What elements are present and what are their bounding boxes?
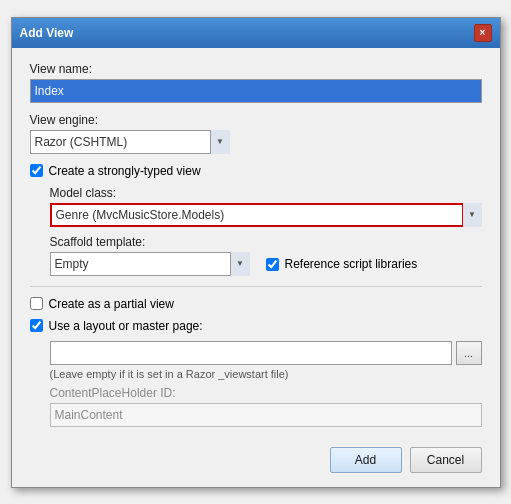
reference-scripts-label[interactable]: Reference script libraries: [285, 257, 418, 271]
view-engine-select[interactable]: Razor (CSHTML) ASPX Other: [30, 130, 230, 154]
content-placeholder-group: ContentPlaceHolder ID:: [50, 386, 482, 427]
close-button[interactable]: ×: [474, 24, 492, 42]
dialog-title: Add View: [20, 26, 74, 40]
model-class-select-wrapper: Genre (MvcMusicStore.Models): [50, 203, 482, 227]
view-engine-select-wrapper: Razor (CSHTML) ASPX Other: [30, 130, 230, 154]
model-class-select[interactable]: Genre (MvcMusicStore.Models): [50, 203, 482, 227]
scaffold-template-select[interactable]: Empty Create Edit Delete Details List: [50, 252, 250, 276]
browse-button[interactable]: ...: [456, 341, 482, 365]
view-engine-group: View engine: Razor (CSHTML) ASPX Other: [30, 113, 482, 154]
divider: [30, 286, 482, 287]
reference-scripts-row: Reference script libraries: [266, 257, 418, 271]
content-placeholder-input[interactable]: [50, 403, 482, 427]
title-bar: Add View ×: [12, 18, 500, 48]
use-layout-checkbox[interactable]: [30, 319, 43, 332]
layout-section: ... (Leave empty if it is set in a Razor…: [50, 341, 482, 427]
layout-input[interactable]: [50, 341, 452, 365]
scaffold-row: Scaffold template: Empty Create Edit Del…: [50, 235, 482, 276]
add-button[interactable]: Add: [330, 447, 402, 473]
strongly-typed-row: Create a strongly-typed view: [30, 164, 482, 178]
model-class-group: Model class: Genre (MvcMusicStore.Models…: [50, 186, 482, 227]
scaffold-left: Scaffold template: Empty Create Edit Del…: [50, 235, 250, 276]
use-layout-label[interactable]: Use a layout or master page:: [49, 319, 203, 333]
layout-hint: (Leave empty if it is set in a Razor _vi…: [50, 368, 482, 380]
view-name-group: View name:: [30, 62, 482, 103]
content-placeholder-label: ContentPlaceHolder ID:: [50, 386, 482, 400]
partial-view-label[interactable]: Create as a partial view: [49, 297, 174, 311]
scaffold-template-label: Scaffold template:: [50, 235, 250, 249]
strongly-typed-checkbox[interactable]: [30, 164, 43, 177]
cancel-button[interactable]: Cancel: [410, 447, 482, 473]
strongly-typed-label[interactable]: Create a strongly-typed view: [49, 164, 201, 178]
scaffold-select-wrapper: Empty Create Edit Delete Details List: [50, 252, 250, 276]
partial-view-checkbox[interactable]: [30, 297, 43, 310]
view-name-label: View name:: [30, 62, 482, 76]
layout-row: ...: [50, 341, 482, 365]
add-view-dialog: Add View × View name: View engine: Razor…: [11, 17, 501, 488]
use-layout-row: Use a layout or master page:: [30, 319, 482, 333]
model-class-label: Model class:: [50, 186, 482, 200]
view-name-input[interactable]: [30, 79, 482, 103]
button-row: Add Cancel: [30, 441, 482, 473]
dialog-body: View name: View engine: Razor (CSHTML) A…: [12, 48, 500, 487]
reference-scripts-checkbox[interactable]: [266, 258, 279, 271]
view-engine-label: View engine:: [30, 113, 482, 127]
indented-section: Model class: Genre (MvcMusicStore.Models…: [50, 186, 482, 276]
partial-view-row: Create as a partial view: [30, 297, 482, 311]
